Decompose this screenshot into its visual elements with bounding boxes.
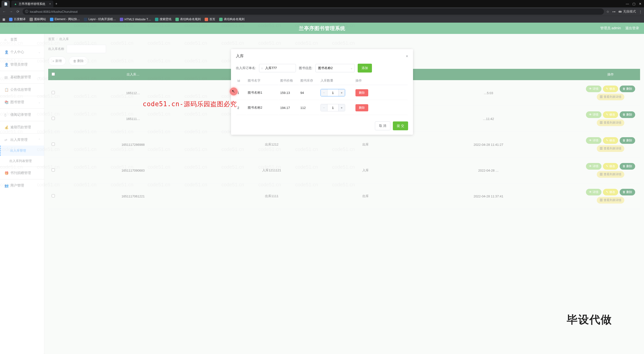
- window-close-icon[interactable]: ✕: [639, 2, 642, 6]
- dialog-cancel-button[interactable]: 取 消: [375, 121, 391, 130]
- dialog-table-row: 2 图书名称2 194.17 112 − + 删除: [236, 100, 408, 115]
- tab-title: 兰亭序图书管理系统: [19, 2, 45, 6]
- tab-favicon: 📄: [4, 2, 8, 6]
- new-tab-button[interactable]: +: [54, 2, 59, 6]
- browser-toolbar: ← → ⟳ ⓘ localhost:8081/#/tushuChuruInout…: [0, 7, 644, 16]
- dialog-title: 入库: [236, 54, 244, 59]
- tab-close-icon[interactable]: ×: [49, 2, 51, 6]
- qty-input[interactable]: [327, 104, 338, 111]
- qty-minus-button[interactable]: −: [321, 89, 327, 96]
- incognito-badge: 🕶 无痕模式: [618, 9, 636, 14]
- window-maximize-icon[interactable]: ▢: [632, 2, 636, 6]
- bookmark-item[interactable]: 表结构命名规则: [219, 17, 244, 21]
- bookmarks-bar: ▦ 百度翻译 图标网站 Element - 网站快… Layui - 经典开源模…: [0, 16, 644, 23]
- qty-input[interactable]: [327, 89, 338, 96]
- window-minimize-icon[interactable]: —: [626, 2, 629, 6]
- dialog-items-table: Id 图书名字 图书价格 图书库存 入库数量 操作 1 图书名称1 159.13…: [236, 76, 408, 115]
- bookmark-item[interactable]: 搜索壁纸: [155, 17, 172, 21]
- bookmark-item[interactable]: 百度翻译: [9, 17, 26, 21]
- vue-favicon-icon: ▲: [14, 2, 17, 6]
- bookmark-item[interactable]: 图标网站: [30, 17, 46, 21]
- nav-forward-icon[interactable]: →: [9, 9, 13, 13]
- dialog-submit-button[interactable]: 提 交: [393, 121, 408, 130]
- row-delete-button[interactable]: 删除: [356, 104, 368, 111]
- browser-tab-active[interactable]: ▲ 兰亭序图书管理系统 ×: [11, 0, 54, 7]
- book-select[interactable]: [315, 64, 355, 72]
- row-delete-button[interactable]: 删除: [356, 89, 368, 96]
- edit-icon: ○: [261, 66, 263, 70]
- info-icon: ⓘ: [25, 9, 28, 14]
- qty-number-input: − +: [320, 89, 345, 96]
- bookmark-item[interactable]: 表结构命名规则: [176, 17, 201, 21]
- chevron-down-icon: ⌄: [350, 66, 353, 70]
- incognito-icon: 🕶: [618, 10, 622, 13]
- stock-in-dialog: 入库 × 出入库订单名: ○ 图书信息: ⌄ 添加 Id 图书名字 图书价格: [231, 49, 413, 135]
- qty-number-input: − +: [320, 104, 345, 111]
- bookmark-item[interactable]: Element - 网站快…: [50, 17, 80, 21]
- url-text: localhost:8081/#/tushuChuruInout: [30, 10, 78, 13]
- bookmark-item[interactable]: HTML5 Website T…: [120, 18, 151, 21]
- browser-tab-inactive[interactable]: 📄: [2, 0, 10, 7]
- bookmark-star-icon[interactable]: ☆: [606, 10, 609, 13]
- book-info-label: 图书信息:: [299, 66, 313, 70]
- address-bar[interactable]: ⓘ localhost:8081/#/tushuChuruInout: [23, 8, 604, 15]
- dialog-table-row: 1 图书名称1 159.13 94 − + 删除: [236, 85, 408, 100]
- nav-reload-icon[interactable]: ⟳: [16, 9, 20, 13]
- bookmark-item[interactable]: 首页: [205, 17, 215, 21]
- apps-icon[interactable]: ▦: [2, 18, 5, 21]
- qty-plus-button[interactable]: +: [338, 89, 345, 96]
- browser-tab-strip: 📄 ▲ 兰亭序图书管理系统 × + — ▢ ✕: [0, 0, 644, 7]
- qty-minus-button[interactable]: −: [321, 104, 327, 111]
- dialog-close-icon[interactable]: ×: [406, 54, 408, 58]
- bookmark-item[interactable]: Layui - 经典开源模…: [84, 17, 116, 21]
- browser-chrome: 📄 ▲ 兰亭序图书管理系统 × + — ▢ ✕ ← → ⟳ ⓘ localhos…: [0, 0, 644, 23]
- qty-plus-button[interactable]: +: [338, 104, 345, 111]
- nav-back-icon[interactable]: ←: [2, 9, 6, 13]
- order-name-input[interactable]: [259, 64, 296, 72]
- order-name-label: 出入库订单名:: [236, 66, 256, 70]
- browser-menu-icon[interactable]: ⋮: [639, 10, 642, 13]
- dialog-add-button[interactable]: 添加: [358, 64, 372, 72]
- key-icon[interactable]: ⊶: [612, 10, 616, 13]
